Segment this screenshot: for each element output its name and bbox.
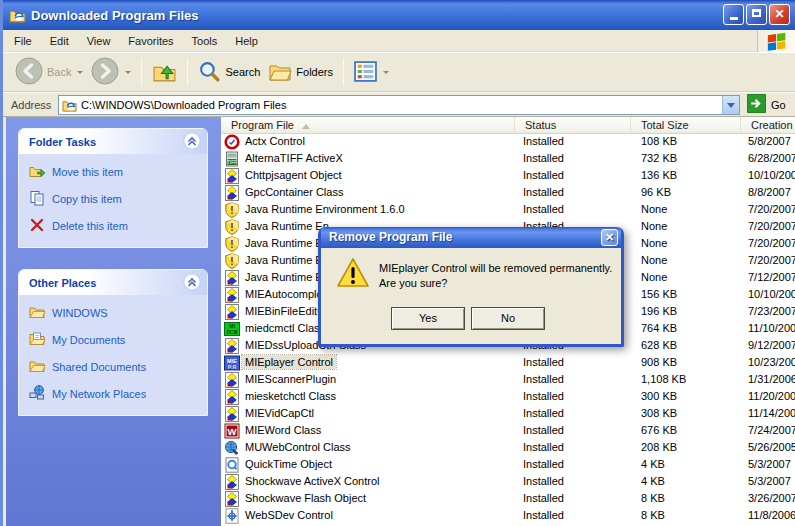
search-button[interactable]: Search — [194, 58, 264, 87]
panel-header-other-places[interactable]: Other Places — [19, 270, 207, 295]
go-button[interactable]: Go — [747, 94, 786, 115]
creation-date-cell: 7/20/2007 — [748, 220, 795, 232]
folders-button[interactable]: Folders — [264, 57, 337, 87]
sidebar-item-shared-documents[interactable]: Shared Documents — [29, 358, 203, 376]
dialog-title-bar: Remove Program File ✕ — [321, 227, 621, 248]
back-button[interactable]: Back — [11, 55, 87, 89]
sidebar-item-my-network-places[interactable]: My Network Places — [29, 385, 203, 403]
total-size-cell: 136 KB — [641, 169, 677, 181]
minimize-button[interactable] — [723, 4, 744, 25]
dialog-close-icon[interactable]: ✕ — [601, 229, 618, 246]
table-row[interactable]: MIEP:RMIEplayer ControlInstalled908 KB10… — [221, 355, 795, 372]
activex-icon — [224, 287, 240, 303]
up-button[interactable] — [148, 57, 181, 88]
sidebar-item-move-this-item[interactable]: Move this item — [29, 163, 203, 181]
tiff-icon: TIFF — [224, 151, 240, 167]
menu-item-edit[interactable]: Edit — [41, 32, 78, 50]
sidebar-item-my-documents[interactable]: My Documents — [29, 331, 203, 349]
total-size-cell: None — [641, 220, 667, 232]
table-row[interactable]: TIFFAlternaTIFF ActiveXInstalled732 KB6/… — [221, 151, 795, 168]
panel-body: Move this itemCopy this itemDelete this … — [19, 154, 207, 247]
sidebar-item-label: WINDOWS — [52, 307, 108, 319]
web-globe-icon — [224, 440, 240, 456]
folder-up-icon — [152, 59, 177, 86]
search-icon — [198, 60, 221, 85]
panel-header-folder-tasks[interactable]: Folder Tasks — [19, 129, 207, 154]
table-row[interactable]: MUWebControl ClassInstalled208 KB5/26/20… — [221, 440, 795, 457]
chevron-up-icon[interactable] — [183, 273, 201, 293]
close-button[interactable]: ✕ — [769, 4, 790, 25]
yes-button[interactable]: Yes — [391, 307, 465, 330]
total-size-cell: 4 KB — [641, 458, 665, 470]
window-title: Downloaded Program Files — [31, 8, 199, 23]
table-row[interactable]: Shockwave Flash ObjectInstalled8 KB3/26/… — [221, 491, 795, 508]
table-row[interactable]: !Java Runtime Environment 1.6.0Installed… — [221, 202, 795, 219]
table-row[interactable]: MIEVidCapCtlInstalled308 KB11/14/2007 — [221, 406, 795, 423]
table-row[interactable]: miesketchctl ClassInstalled300 KB11/20/2… — [221, 389, 795, 406]
back-dropdown-icon[interactable] — [77, 71, 83, 74]
svg-text:P:R: P:R — [228, 364, 237, 370]
maximize-button[interactable] — [746, 4, 767, 25]
creation-date-cell: 6/28/2007 — [748, 152, 795, 164]
table-row[interactable]: Chttpjsagent ObjectInstalled136 KB10/10/… — [221, 168, 795, 185]
windows-logo-icon — [757, 30, 795, 52]
menu-item-file[interactable]: File — [5, 32, 41, 50]
java-shield-icon: ! — [224, 202, 240, 218]
task-pane: Folder TasksMove this itemCopy this item… — [6, 117, 221, 526]
total-size-cell: 208 KB — [641, 441, 677, 453]
sidebar-item-delete-this-item[interactable]: Delete this item — [29, 217, 203, 235]
status-cell: Installed — [523, 152, 564, 164]
toolbar-separator — [343, 58, 344, 86]
menu-item-tools[interactable]: Tools — [183, 32, 227, 50]
creation-date-cell: 7/20/2007 — [748, 203, 795, 215]
table-row[interactable]: Shockwave ActiveX ControlInstalled4 KB5/… — [221, 474, 795, 491]
sort-ascending-icon — [302, 124, 310, 129]
program-file-name: QuickTime Object — [242, 457, 335, 471]
svg-text:!: ! — [230, 256, 233, 267]
table-row[interactable]: WMIEWord ClassInstalled676 KB7/24/2007 — [221, 423, 795, 440]
views-dropdown-icon[interactable] — [383, 71, 389, 74]
total-size-cell: 676 KB — [641, 424, 677, 436]
activex-icon — [224, 406, 240, 422]
sidebar-item-copy-this-item[interactable]: Copy this item — [29, 190, 203, 208]
views-button[interactable] — [350, 58, 393, 87]
forward-button[interactable] — [87, 55, 135, 89]
quicktime-icon — [224, 457, 240, 473]
column-header-total-size[interactable]: Total Size — [631, 117, 741, 133]
activex-icon — [224, 474, 240, 490]
menu-item-favorites[interactable]: Favorites — [119, 32, 182, 50]
menu-item-view[interactable]: View — [78, 32, 120, 50]
panel-body: WINDOWSMy DocumentsShared DocumentsMy Ne… — [19, 295, 207, 415]
sidebar-item-label: Copy this item — [52, 193, 122, 205]
table-row[interactable]: WebSDev ControlInstalled8 KB11/8/2006 — [221, 508, 795, 525]
menu-item-help[interactable]: Help — [226, 32, 267, 50]
column-header-program-file[interactable]: Program File — [221, 117, 515, 133]
creation-date-cell: 11/10/2007 — [748, 322, 795, 334]
column-header-status[interactable]: Status — [515, 117, 631, 133]
address-input[interactable] — [81, 97, 722, 113]
sidebar-item-windows[interactable]: WINDOWS — [29, 304, 203, 322]
table-row[interactable]: GpcContainer ClassInstalled96 KB8/8/2007 — [221, 185, 795, 202]
table-row[interactable]: MIEScannerPluginInstalled1,108 KB1/31/20… — [221, 372, 795, 389]
creation-date-cell: 7/20/2007 — [748, 254, 795, 266]
svg-text:DCM: DCM — [227, 330, 238, 335]
creation-date-cell: 11/14/2007 — [748, 407, 795, 419]
chevron-up-icon[interactable] — [183, 132, 201, 152]
status-cell: Installed — [523, 424, 564, 436]
total-size-cell: None — [641, 254, 667, 266]
table-row[interactable]: Actx ControlInstalled108 KB5/8/2007 — [221, 134, 795, 151]
status-cell: Installed — [523, 390, 564, 402]
program-file-name: Java Runtime Environment 1.6.0 — [242, 202, 408, 216]
forward-dropdown-icon[interactable] — [125, 71, 131, 74]
back-label: Back — [47, 66, 71, 78]
table-row[interactable]: QuickTime ObjectInstalled4 KB5/3/2007 — [221, 457, 795, 474]
creation-date-cell: 9/12/2007 — [748, 339, 795, 351]
address-dropdown-button[interactable] — [722, 96, 739, 114]
menu-bar: FileEditViewFavoritesToolsHelp — [3, 30, 795, 52]
panel-title: Other Places — [29, 277, 96, 289]
status-cell: Installed — [523, 203, 564, 215]
status-cell: Installed — [523, 186, 564, 198]
no-button[interactable]: No — [471, 307, 545, 330]
total-size-cell: 108 KB — [641, 135, 677, 147]
column-header-creation-date[interactable]: Creation Date — [741, 117, 795, 133]
